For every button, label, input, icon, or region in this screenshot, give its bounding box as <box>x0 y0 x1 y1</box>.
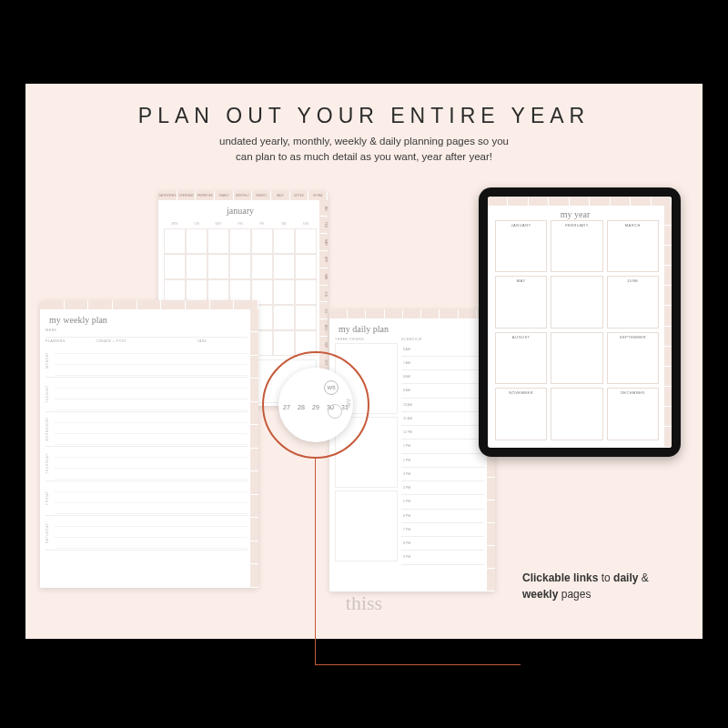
day-row: THURSDAY <box>46 447 248 481</box>
callout-line-icon <box>315 664 521 665</box>
tab[interactable]: YEARLY <box>215 191 234 200</box>
day-row: SATURDAY <box>46 516 248 551</box>
dow: WED <box>207 219 229 228</box>
time-slot: 9 PM <box>401 551 484 564</box>
side-tab[interactable]: FEB <box>319 217 328 234</box>
time-slot: 3 PM <box>401 468 484 481</box>
month-cell[interactable]: JUNE <box>607 276 659 329</box>
month-cell[interactable]: JANUARY <box>495 220 547 273</box>
yearly-title: my year <box>488 209 662 219</box>
time-slot: 12 PM <box>401 426 484 440</box>
mini-date[interactable]: 28 <box>297 404 307 410</box>
day-row: WEDNESDAY <box>46 412 248 447</box>
daily-page-preview: my daily plan THREE THINGS SCHEDULE 6 AM… <box>329 309 495 592</box>
heading-block: PLAN OUT YOUR ENTIRE YEAR undated yearly… <box>25 84 703 166</box>
day-row: TUESDAY <box>46 378 248 412</box>
dow: THU <box>229 219 251 228</box>
side-tab[interactable]: JAN <box>319 200 328 217</box>
daily-title: my daily plan <box>335 324 484 334</box>
time-slot: 4 PM <box>401 481 484 495</box>
side-tab[interactable]: MAR <box>319 234 328 251</box>
time-slot: 6 PM <box>401 510 484 523</box>
time-slot: 8 AM <box>401 370 484 384</box>
time-slot: 9 AM <box>401 384 484 398</box>
mini-date[interactable]: 27 <box>282 404 292 410</box>
tab[interactable]: WEEKLY <box>252 191 271 200</box>
tab[interactable]: NOTES <box>290 191 309 200</box>
time-slot: 2 PM <box>401 454 484 468</box>
month-cell[interactable]: NOVEMBER <box>495 388 547 440</box>
month-cell[interactable]: MARCH <box>607 220 659 273</box>
extra-box <box>335 490 398 561</box>
promo-card: PLAN OUT YOUR ENTIRE YEAR undated yearly… <box>25 84 703 639</box>
month-cell[interactable] <box>551 276 602 329</box>
side-tab[interactable]: JUL <box>319 302 328 319</box>
dow: SUN <box>295 219 317 228</box>
tab[interactable]: PRIORITIES <box>196 191 215 200</box>
month-cell[interactable]: FEBRUARY <box>551 220 602 273</box>
dow: SAT <box>273 219 295 228</box>
yearly-grid: JANUARY FEBRUARY MARCH MAY JUNE AUGUST S… <box>495 220 659 440</box>
time-slot: 5 PM <box>401 495 484 509</box>
dow: FRI <box>251 219 273 228</box>
col-label: THREE THINGS <box>335 338 398 341</box>
mini-date[interactable]: 29 <box>311 404 321 410</box>
day-row: FRIDAY <box>46 481 248 516</box>
col-label: SCHEDULE <box>401 338 484 341</box>
side-tab[interactable]: APR <box>319 251 328 268</box>
weekly-page-preview: my weekly plan WEEK PLANNING CREATE + PO… <box>40 300 258 588</box>
ipad-mockup: my year JANUARY FEBRUARY MARCH MAY JUNE … <box>479 187 681 457</box>
month-cell[interactable] <box>551 332 602 385</box>
callout-line-icon <box>315 459 316 664</box>
tab[interactable]: MONTHLY <box>234 191 253 200</box>
promo-title: PLAN OUT YOUR ENTIRE YEAR <box>25 104 703 128</box>
watermark: thiss <box>346 592 382 615</box>
tab[interactable]: CATEGORIES <box>158 191 177 200</box>
month-cell[interactable] <box>551 388 602 440</box>
week-link-circle[interactable]: W5 <box>324 380 339 395</box>
day-link-circle[interactable] <box>328 404 342 419</box>
weekly-title: my weekly plan <box>46 315 248 325</box>
time-slot: 8 PM <box>401 537 484 551</box>
dow: TUE <box>186 219 207 228</box>
time-slot: 7 PM <box>401 523 484 537</box>
time-slot: 11 AM <box>401 412 484 426</box>
side-tab[interactable]: JUN <box>319 286 328 303</box>
tab[interactable]: OVERVIEW <box>177 191 197 200</box>
jun-tab: JUN <box>346 399 351 408</box>
magnifier-lens: W5 27 28 29 30 31 JUN <box>278 368 353 442</box>
monthly-title: january <box>164 206 317 216</box>
callout-text: Clickable links to daily & weekly pages <box>522 570 677 602</box>
time-slot: 10 AM <box>401 399 484 412</box>
day-row: MONDAY <box>46 343 248 378</box>
month-cell[interactable]: DECEMBER <box>607 388 659 440</box>
side-tab[interactable]: AUG <box>319 319 328 337</box>
time-slot: 1 PM <box>401 440 484 453</box>
tab[interactable]: EXTRA <box>308 191 328 200</box>
tabs-top: CATEGORIES OVERVIEW PRIORITIES YEARLY MO… <box>158 191 328 200</box>
month-cell[interactable]: SEPTEMBER <box>607 332 659 385</box>
promo-subtitle: undated yearly, monthly, weekly & daily … <box>25 134 703 166</box>
time-slot: 6 AM <box>401 343 484 357</box>
preview-canvas: CATEGORIES OVERVIEW PRIORITIES YEARLY MO… <box>25 166 703 621</box>
side-tab[interactable]: MAY <box>319 268 328 286</box>
month-cell[interactable]: AUGUST <box>495 332 547 385</box>
month-cell[interactable]: MAY <box>495 276 547 329</box>
dow: MON <box>164 219 186 228</box>
time-slot: 7 AM <box>401 357 484 370</box>
tab[interactable]: DAILY <box>271 191 290 200</box>
